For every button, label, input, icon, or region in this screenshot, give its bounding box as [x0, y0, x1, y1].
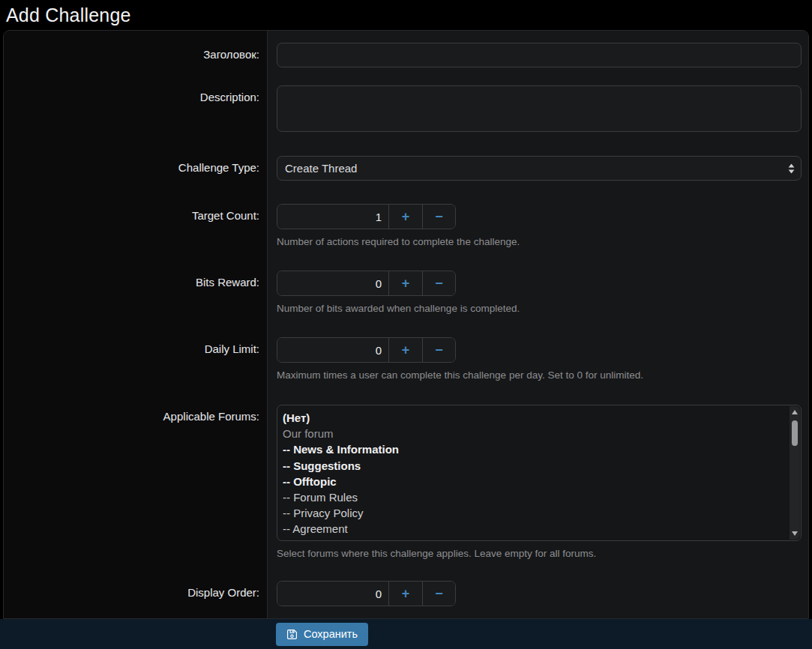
title-field-label: Заголовок: — [203, 48, 259, 61]
applicable-forums-hint: Select forums where this challenge appli… — [277, 547, 802, 561]
daily-limit-decrement-button[interactable]: − — [422, 338, 455, 362]
forum-option-clipped[interactable]: -- Forum — [283, 537, 784, 540]
target-count-decrement-button[interactable]: − — [422, 205, 455, 229]
applicable-forums-label: Applicable Forums: — [163, 410, 259, 423]
form-row-title: Заголовок: — [4, 31, 808, 73]
target-count-label: Target Count: — [192, 209, 259, 222]
description-textarea[interactable] — [277, 85, 802, 132]
forum-option[interactable]: -- Offtopic — [283, 474, 784, 489]
target-count-input[interactable] — [277, 205, 389, 229]
minus-icon: − — [435, 587, 443, 600]
display-order-input[interactable] — [277, 582, 389, 606]
plus-icon: + — [402, 587, 410, 600]
scrollbar[interactable] — [790, 406, 800, 540]
bits-reward-decrement-button[interactable]: − — [422, 271, 455, 295]
display-order-stepper: + − — [277, 581, 456, 606]
minus-icon: − — [435, 343, 443, 357]
applicable-forums-listbox[interactable]: (Нет) Our forum -- News & Information --… — [277, 405, 802, 541]
forum-option-none[interactable]: (Нет) — [283, 410, 784, 426]
scrollbar-up-icon[interactable] — [792, 410, 798, 414]
scrollbar-down-icon[interactable] — [792, 531, 798, 536]
minus-icon: − — [435, 277, 443, 290]
plus-icon: + — [402, 343, 410, 357]
bits-reward-input[interactable] — [277, 271, 389, 295]
forum-option[interactable]: -- Agreement — [283, 521, 784, 537]
save-button[interactable]: Сохранить — [276, 623, 368, 646]
forum-option[interactable]: -- Suggestions — [283, 458, 784, 474]
form-row-target-count: Target Count: + − Number of actions requ… — [4, 192, 808, 259]
bits-reward-stepper: + − — [277, 271, 456, 296]
daily-limit-label: Daily Limit: — [205, 342, 259, 355]
target-count-increment-button[interactable]: + — [389, 205, 422, 229]
title-bar: Add Challenge — [0, 0, 812, 30]
daily-limit-stepper: + − — [277, 337, 456, 363]
daily-limit-hint: Maximum times a user can complete this c… — [277, 369, 802, 382]
footer-bar: Сохранить — [0, 619, 812, 649]
challenge-type-select[interactable]: Create Thread — [277, 156, 802, 181]
challenge-type-label: Challenge Type: — [178, 161, 259, 174]
form-row-bits-reward: Bits Reward: + − Number of bits awarded … — [4, 259, 808, 325]
plus-icon: + — [402, 210, 410, 223]
form-row-display-order: Display Order: + − — [4, 569, 808, 618]
display-order-decrement-button[interactable]: − — [422, 582, 455, 606]
form-row-challenge-type: Challenge Type: Create Thread — [4, 144, 808, 192]
save-button-label: Сохранить — [304, 628, 358, 640]
target-count-stepper: + − — [277, 204, 456, 229]
display-order-increment-button[interactable]: + — [389, 582, 422, 606]
plus-icon: + — [402, 277, 410, 290]
save-icon — [286, 629, 298, 640]
display-order-label: Display Order: — [187, 586, 259, 599]
forum-option-category[interactable]: Our forum — [283, 426, 784, 441]
daily-limit-input[interactable] — [277, 338, 389, 362]
forum-option[interactable]: -- Privacy Policy — [283, 505, 784, 521]
bits-reward-label: Bits Reward: — [196, 276, 259, 289]
forum-option[interactable]: -- News & Information — [283, 441, 784, 457]
daily-limit-increment-button[interactable]: + — [389, 338, 422, 362]
description-label: Description: — [200, 91, 259, 103]
bits-reward-increment-button[interactable]: + — [389, 271, 422, 295]
target-count-hint: Number of actions required to complete t… — [277, 235, 802, 249]
scrollbar-thumb[interactable] — [792, 420, 798, 446]
form-row-daily-limit: Daily Limit: + − Maximum times a user ca… — [4, 325, 808, 393]
forum-option[interactable]: -- Forum Rules — [283, 489, 784, 505]
page-title: Add Challenge — [6, 4, 812, 26]
form-row-description: Description: — [4, 73, 808, 144]
minus-icon: − — [435, 210, 443, 223]
add-challenge-form: Заголовок: Description: Challenge Type: … — [3, 30, 809, 619]
bits-reward-hint: Number of bits awarded when challenge is… — [277, 302, 802, 316]
form-row-applicable-forums: Applicable Forums: (Нет) Our forum -- Ne… — [4, 393, 808, 569]
title-input[interactable] — [277, 43, 802, 67]
